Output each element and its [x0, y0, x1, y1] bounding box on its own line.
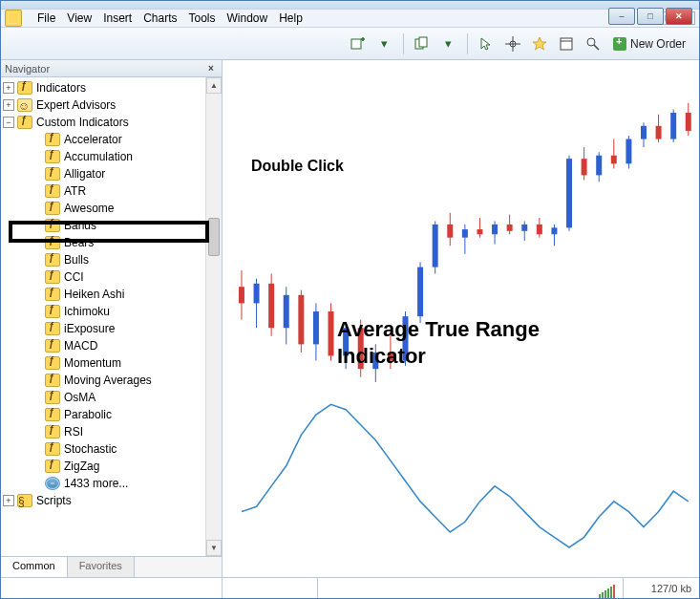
cursor-button[interactable] — [476, 33, 497, 54]
app-icon — [5, 10, 22, 27]
tree-item-custom-indicators[interactable]: −Custom Indicators — [1, 114, 205, 131]
tree-label: CCI — [64, 270, 84, 284]
profiles-button[interactable] — [412, 33, 433, 54]
crosshair-button[interactable] — [502, 33, 523, 54]
navigator-header[interactable]: Navigator × — [1, 60, 222, 77]
tree-label: Parabolic — [64, 408, 112, 421]
expand-icon[interactable]: + — [3, 99, 14, 111]
svg-rect-31 — [417, 267, 423, 317]
tree-item-parabolic[interactable]: Parabolic — [1, 406, 205, 423]
tree-label: Stochastic — [64, 442, 117, 456]
tree-label: Alligator — [64, 167, 105, 181]
svg-rect-4 — [561, 38, 572, 50]
status-traffic: 127/0 kb — [623, 578, 699, 598]
tree-item-cci[interactable]: CCI — [1, 268, 205, 286]
scroll-thumb[interactable] — [208, 218, 220, 256]
menu-insert[interactable]: Insert — [103, 11, 132, 25]
folder-icon — [45, 305, 60, 318]
titlebar[interactable] — [1, 1, 699, 9]
menu-help[interactable]: Help — [279, 11, 303, 25]
svg-rect-43 — [507, 225, 513, 231]
menu-file[interactable]: File — [37, 11, 55, 25]
scroll-down-icon[interactable]: ▼ — [206, 540, 222, 556]
expand-icon[interactable]: + — [3, 82, 14, 94]
folder-icon — [45, 184, 60, 198]
work-area: Navigator × +Indicators+Expert Advisors−… — [1, 60, 699, 577]
navigator-tree[interactable]: +Indicators+Expert Advisors−Custom Indic… — [1, 77, 205, 556]
tree-label: Moving Averages — [64, 374, 152, 387]
new-chart-button[interactable] — [348, 33, 369, 54]
folder-icon — [17, 98, 32, 112]
chart-area[interactable]: Double Click Average True Range Indicato… — [223, 60, 699, 577]
minimize-button[interactable]: – — [608, 8, 635, 25]
tree-label: Bands — [64, 219, 96, 232]
toolbar-separator — [403, 33, 404, 54]
tree-item-bears[interactable]: Bears — [1, 234, 205, 251]
maximize-button[interactable]: □ — [637, 8, 664, 25]
menu-bar: File View Insert Charts Tools Window Hel… — [1, 9, 699, 28]
svg-rect-51 — [566, 159, 572, 227]
tree-item-macd[interactable]: MACD — [1, 337, 205, 354]
menu-charts[interactable]: Charts — [143, 11, 177, 25]
zoom-button[interactable] — [583, 33, 604, 54]
tree-label: Scripts — [36, 494, 72, 507]
svg-rect-37 — [462, 229, 468, 238]
svg-rect-0 — [351, 39, 361, 49]
new-order-button[interactable]: New Order — [609, 35, 689, 53]
menu-tools[interactable]: Tools — [189, 11, 216, 25]
navigator-tabs: Common Favorites — [1, 556, 222, 577]
tree-item-momentum[interactable]: Momentum — [1, 354, 205, 372]
svg-rect-59 — [626, 139, 631, 164]
folder-icon — [45, 253, 60, 267]
svg-rect-65 — [670, 113, 676, 139]
svg-rect-57 — [611, 156, 617, 164]
tree-label: 1433 more... — [64, 477, 128, 490]
tree-item-rsi[interactable]: RSI — [1, 423, 205, 440]
tab-common[interactable]: Common — [1, 557, 68, 577]
navigator-body: +Indicators+Expert Advisors−Custom Indic… — [1, 77, 222, 556]
navigator-close-icon[interactable]: × — [204, 62, 218, 75]
scroll-up-icon[interactable]: ▲ — [206, 77, 222, 94]
tree-item-osma[interactable]: OsMA — [1, 389, 205, 406]
expand-icon[interactable]: − — [3, 117, 14, 128]
tree-label: Momentum — [64, 356, 121, 370]
tree-item-heiken-ashi[interactable]: Heiken Ashi — [1, 286, 205, 303]
tree-item-stochastic[interactable]: Stochastic — [1, 440, 205, 458]
svg-rect-61 — [641, 126, 647, 139]
tree-label: Indicators — [36, 81, 86, 95]
tab-favorites[interactable]: Favorites — [68, 557, 135, 577]
tree-item-more[interactable]: 1433 more... — [1, 475, 205, 492]
tree-item-awesome[interactable]: Awesome — [1, 200, 205, 217]
tree-item-atr[interactable]: ATR — [1, 182, 205, 200]
tree-label: Accelerator — [64, 133, 122, 146]
close-button[interactable]: ✕ — [666, 8, 692, 25]
menu-view[interactable]: View — [67, 11, 92, 25]
toolbar: ▾ ▾ New Order — [1, 28, 699, 60]
expand-icon[interactable]: + — [3, 495, 14, 506]
scrollbar[interactable]: ▲ ▼ — [205, 77, 222, 556]
tree-item-accelerator[interactable]: Accelerator — [1, 131, 205, 148]
dropdown-icon[interactable]: ▾ — [374, 33, 395, 54]
tree-item-zigzag[interactable]: ZigZag — [1, 458, 205, 475]
favorites-icon[interactable] — [529, 33, 550, 54]
tree-item-expert-advisors[interactable]: +Expert Advisors — [1, 96, 205, 114]
scroll-track[interactable] — [206, 94, 222, 540]
tree-label: Ichimoku — [64, 305, 110, 318]
tree-item-moving-averages[interactable]: Moving Averages — [1, 372, 205, 389]
tree-item-indicators[interactable]: +Indicators — [1, 79, 205, 96]
tree-label: MACD — [64, 339, 97, 353]
tree-item-iexposure[interactable]: iExposure — [1, 320, 205, 337]
data-window-button[interactable] — [556, 33, 577, 54]
dropdown-icon[interactable]: ▾ — [438, 33, 459, 54]
folder-icon — [45, 133, 60, 146]
tree-item-bulls[interactable]: Bulls — [1, 251, 205, 268]
svg-rect-49 — [551, 227, 557, 234]
tree-item-bands[interactable]: Bands — [1, 217, 205, 234]
tree-item-alligator[interactable]: Alligator — [1, 165, 205, 182]
folder-icon — [45, 270, 60, 284]
tree-item-accumulation[interactable]: Accumulation — [1, 148, 205, 165]
tree-label: Heiken Ashi — [64, 288, 124, 301]
tree-item-scripts[interactable]: +Scripts — [1, 492, 205, 509]
menu-window[interactable]: Window — [227, 11, 268, 25]
tree-item-ichimoku[interactable]: Ichimoku — [1, 303, 205, 320]
